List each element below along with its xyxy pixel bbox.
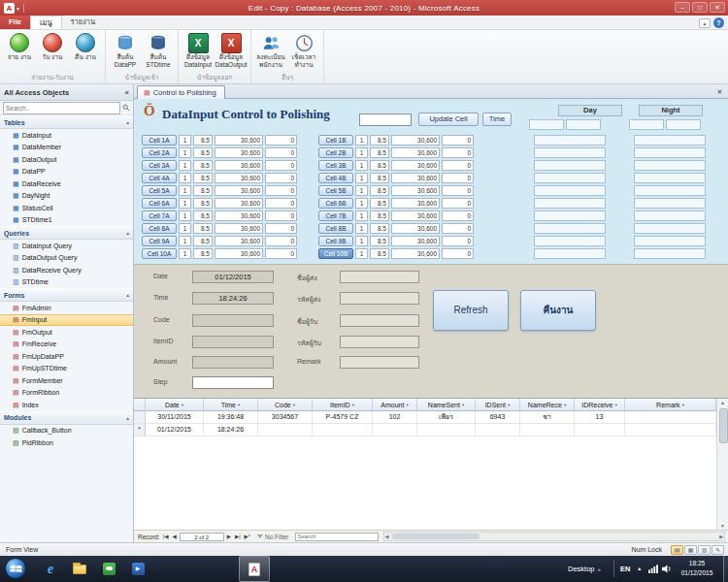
language-indicator[interactable]: EN [620,565,630,573]
cell-cell-8b-field-3[interactable]: 30,600 [391,223,440,234]
column-header-code[interactable]: Code▾ [258,399,313,411]
time-button[interactable]: Time [482,113,512,126]
cell-cell-6b-field-3[interactable]: 30,600 [391,198,440,209]
cell-cell-4a-field-1[interactable]: 1 [179,173,191,183]
cell-cell-3b-field-1[interactable]: 1 [355,160,368,171]
search-icon[interactable] [122,104,130,113]
layout-view-button[interactable]: ▥ [698,545,711,555]
cell-cell-6b-field-2[interactable]: 8.5 [370,198,389,209]
cell-namerece[interactable]: ชา [520,411,575,424]
cell-cell-2a-field-2[interactable]: 8.5 [193,147,213,158]
day-field-row-3[interactable] [534,160,606,171]
nav-item-fminput[interactable]: ▤FmInput [0,314,133,327]
cell-cell-8b-field-1[interactable]: 1 [355,223,368,234]
night-field-row-7[interactable] [634,210,706,221]
cell-button-cell-2b[interactable]: Cell 2B [318,147,353,158]
cell-button-cell-9a[interactable]: Cell 9A [142,236,177,246]
cell-idsent[interactable]: 6943 [476,411,520,424]
mid-field-3[interactable] [340,314,419,327]
nav-item-datareceive-query[interactable]: ▥DataReceive Query [0,264,133,276]
mid-field-4[interactable] [340,336,419,348]
row-selector[interactable]: * [134,424,146,436]
cell-button-cell-8b[interactable]: Cell 8B [318,223,353,234]
cell-button-cell-7a[interactable]: Cell 7A [142,210,177,221]
nav-section-queries[interactable]: Queries▴ [0,226,133,240]
cell-cell-7b-field-1[interactable]: 1 [355,210,368,221]
night-field-row-8[interactable] [634,223,706,234]
nav-item-fmupdatapp[interactable]: ▤FmUpDataPP [0,350,133,363]
receive-job-button[interactable]: รับ งาน [36,32,69,74]
day-field-row-7[interactable] [534,210,606,221]
column-header-idsent[interactable]: IDSent▾ [476,399,520,411]
column-header-idreceive[interactable]: IDReceive▾ [575,399,625,411]
new-record-button[interactable]: ▶* [244,534,251,539]
cell-cell-7a-field-2[interactable]: 8.5 [193,210,213,221]
day-field-row-4[interactable] [534,173,606,183]
field-itemid[interactable] [192,336,274,348]
cell-namerece[interactable] [520,424,575,436]
day-field-row-5[interactable] [534,185,606,196]
night-field-row-9[interactable] [634,236,706,246]
nav-section-tables[interactable]: Tables▴ [0,115,133,129]
cell-cell-10a-field-3[interactable]: 30,600 [215,248,263,259]
column-header-namerece[interactable]: NameRece▾ [520,399,575,411]
cell-cell-8a-field-3[interactable]: 30,600 [215,223,263,234]
shutter-bar-icon[interactable]: « [125,88,129,97]
return-job-button[interactable]: คืน งาน [69,32,102,74]
cell-cell-2b-field-4[interactable]: 0 [442,147,474,158]
nav-item-datainput-query[interactable]: ▥DataInput Query [0,240,133,252]
cell-cell-9b-field-1[interactable]: 1 [355,236,368,246]
cell-button-cell-6a[interactable]: Cell 6A [142,198,177,209]
access-taskbar-button[interactable]: A [239,556,270,582]
update-cell-button[interactable]: Update Cell [418,113,479,126]
nav-item-stdtime1[interactable]: ▦STDtime1 [0,214,133,227]
cell-cell-9b-field-3[interactable]: 30,600 [391,236,440,246]
cell-button-cell-10a[interactable]: Cell 10A [142,248,177,259]
day-field-row-8[interactable] [534,223,606,234]
cell-cell-7b-field-3[interactable]: 30,600 [391,210,440,221]
cell-cell-10b-field-1[interactable]: 1 [355,248,368,259]
cell-itemid[interactable] [313,424,373,436]
scrollbar-thumb[interactable] [719,408,728,443]
nav-item-pidribbon[interactable]: ▧PidRibbon [0,436,133,449]
nav-item-datainput[interactable]: ▦DataInput [0,129,133,142]
cell-code[interactable]: 3034567 [258,411,313,424]
day-input-2[interactable] [566,119,601,130]
cell-cell-2b-field-2[interactable]: 8.5 [370,147,389,158]
cell-remark[interactable] [625,411,716,424]
cell-cell-3b-field-2[interactable]: 8.5 [370,160,389,171]
cell-cell-8b-field-2[interactable]: 8.5 [370,223,389,234]
cell-cell-2a-field-3[interactable]: 30,600 [215,147,263,158]
nav-section-forms[interactable]: Forms▴ [0,288,133,302]
nav-section-modules[interactable]: Modules▴ [0,411,133,425]
nav-item-stdtime[interactable]: ▥STDtime [0,276,133,289]
network-icon[interactable] [648,565,658,574]
form-view-button[interactable]: ▤ [671,545,683,555]
maximize-button[interactable]: □ [692,2,708,13]
cell-cell-10b-field-2[interactable]: 8.5 [370,248,389,259]
row-selector[interactable] [134,411,146,424]
cell-cell-2a-field-1[interactable]: 1 [179,147,191,158]
field-amount[interactable] [192,356,274,369]
nav-item-formribbon[interactable]: ▤FormRibbon [0,387,133,400]
scroll-down-icon[interactable]: ▼ [717,523,728,529]
cell-button-cell-9b[interactable]: Cell 9B [318,236,353,246]
day-field-row-2[interactable] [534,147,606,158]
cell-cell-7b-field-4[interactable]: 0 [442,210,474,221]
cell-cell-3b-field-3[interactable]: 30,600 [391,160,440,171]
cell-cell-6b-field-4[interactable]: 0 [442,198,474,209]
cell-cell-4b-field-4[interactable]: 0 [442,173,474,183]
query-datapp-button[interactable]: สืบค้น DataPP [109,32,142,74]
last-record-button[interactable]: ▶| [234,534,242,539]
close-tab-icon[interactable]: ✕ [715,87,724,96]
night-field-row-4[interactable] [634,173,706,183]
horizontal-scrollbar[interactable]: ◀ ▶ [383,532,725,541]
column-header-time[interactable]: Time▾ [204,399,258,411]
cell-cell-5a-field-2[interactable]: 8.5 [193,185,213,196]
scroll-up-icon[interactable]: ▲ [717,400,728,405]
volume-icon[interactable] [662,565,673,574]
explorer-taskbar-icon[interactable] [66,556,93,582]
record-search-input[interactable] [295,533,379,541]
cell-cell-5b-field-2[interactable]: 8.5 [370,185,389,196]
cell-code[interactable] [258,424,313,436]
